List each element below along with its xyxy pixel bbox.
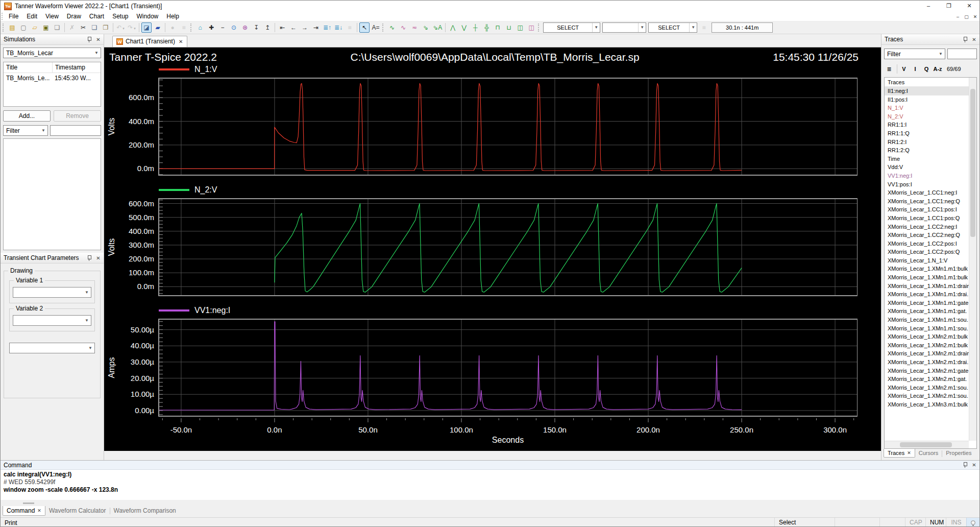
command-splitter[interactable] [1, 500, 979, 506]
trace-item[interactable]: XMorris_Lecar_1.CC1:pos:I [885, 205, 969, 214]
simulation-select[interactable]: TB_Morris_Lecar ▼ [3, 47, 101, 58]
delete-icon[interactable]: ✗ [67, 22, 77, 33]
view-next-icon[interactable]: → [300, 22, 310, 33]
trace-item[interactable]: RR1:1:I [885, 121, 969, 129]
point-marker2-icon[interactable]: ╬ [481, 22, 492, 33]
trace-item[interactable]: N_2:V [885, 112, 969, 121]
hint-segment[interactable] [966, 518, 979, 527]
new-chart-icon[interactable]: ▤ [7, 22, 17, 33]
zoom-scale-icon[interactable]: ⊛ [240, 22, 250, 33]
tab-waveform-comparison[interactable]: Waveform Comparison [110, 506, 180, 515]
tab-traces[interactable]: Traces✕ [884, 449, 915, 458]
chart-canvas[interactable]: Tanner T-Spice 2022.2 C:\Users\wolf0069\… [104, 47, 881, 451]
menu-help[interactable]: Help [162, 12, 183, 21]
trace-item[interactable]: Vdd:V [885, 163, 969, 172]
open-icon[interactable]: ▱ [30, 22, 40, 33]
point-marker-icon[interactable]: ┼ [470, 22, 480, 33]
zoom-out-icon[interactable]: − [217, 22, 228, 33]
filter-select[interactable]: Filter ▼ [3, 125, 48, 136]
trace-select-2[interactable]: SELECT▼ [648, 22, 697, 33]
minimize-button[interactable]: – [918, 1, 939, 12]
filter-voltage-icon[interactable]: V [899, 64, 909, 74]
trace-item[interactable]: XMorris_Lecar_1.XMn1.m1:bulk [885, 265, 969, 273]
text-annotation-icon[interactable]: A= [371, 22, 381, 33]
select-cursor-icon[interactable]: ↖ [359, 22, 370, 33]
filter-charge-icon[interactable]: Q [921, 64, 932, 74]
filter-current-icon[interactable]: I [910, 64, 920, 74]
redo-icon[interactable]: ↷ ▾ [127, 22, 137, 33]
trace-item[interactable]: VV1:pos:I [885, 180, 969, 189]
notebook-icon[interactable]: ▰ [153, 22, 163, 33]
trace-item[interactable]: XMorris_Lecar_1.XMn1.m1:gat. [885, 307, 969, 316]
mdi-minimize-button[interactable]: – [953, 13, 962, 20]
value-combo[interactable]: ▼ [602, 22, 646, 33]
variable2-select[interactable]: ▼ [13, 315, 91, 326]
trace-item[interactable]: II1:pos:I [885, 95, 969, 104]
trace-item[interactable]: XMorris_Lecar_1.XMn2.m1:drai. [885, 358, 969, 367]
trace-item[interactable]: XMorris_Lecar_1.XMn3.m1:bulk [885, 400, 969, 409]
tab-waveform-calculator[interactable]: Waveform Calculator [45, 506, 110, 515]
legend-vv1negi[interactable]: VV1:neg:I [159, 306, 230, 315]
tree-view-icon[interactable]: ≣ [884, 64, 894, 74]
copy-icon[interactable]: ❏ [89, 22, 100, 33]
trace-item[interactable]: RR1:1:Q [885, 129, 969, 138]
window-measure-icon[interactable]: ◫ [515, 22, 525, 33]
legend-n1v[interactable]: N_1:V [159, 65, 217, 74]
trace-item[interactable]: XMorris_Lecar_1.XMn1.m1:gate [885, 299, 969, 307]
close-icon[interactable]: ✕ [95, 37, 102, 42]
zoom-in-icon[interactable]: ✚ [206, 22, 216, 33]
trace-item[interactable]: XMorris_Lecar_1.XMn1.m1:drain [885, 282, 969, 291]
trace-item[interactable]: XMorris_Lecar_1.N_1:V [885, 256, 969, 265]
simulation-list[interactable] [3, 138, 101, 250]
tab-close-icon[interactable]: ✕ [179, 39, 183, 44]
close-icon[interactable]: ✕ [971, 37, 977, 42]
traces-filter-input[interactable] [947, 49, 977, 59]
trace-item[interactable]: RR1:2:Q [885, 146, 969, 155]
trace-item[interactable]: XMorris_Lecar_1.CC2:neg:I [885, 223, 969, 231]
menu-window[interactable]: Window [133, 12, 163, 21]
blank-icon[interactable]: ■ [179, 22, 189, 33]
trace-item[interactable]: XMorris_Lecar_1.XMn1.m1:drai. [885, 290, 969, 299]
pin-icon[interactable] [962, 37, 968, 42]
trace-item[interactable]: VV1:neg:I [885, 172, 969, 180]
trace-item[interactable]: XMorris_Lecar_1.CC1:neg:Q [885, 197, 969, 206]
trace-item[interactable]: RR1:2:I [885, 138, 969, 147]
measure-average-icon[interactable]: ≂ [409, 22, 420, 33]
pin-icon[interactable] [86, 255, 92, 261]
legend-n2v[interactable]: N_2:V [159, 185, 217, 195]
trace-item[interactable]: XMorris_Lecar_1.XMn2.m1:drain [885, 349, 969, 358]
spacer-icon[interactable]: ■ [345, 22, 355, 33]
new-window-icon[interactable]: ▢ [18, 22, 29, 33]
variable1-select[interactable]: ▼ [13, 287, 91, 298]
trace-select-1[interactable]: SELECT▼ [543, 22, 600, 33]
trace-item[interactable]: N_1:V [885, 104, 969, 112]
pin-icon[interactable] [962, 462, 968, 468]
trace-item[interactable]: II1:neg:I [885, 87, 969, 95]
remove-button[interactable]: Remove [54, 110, 101, 122]
column-title[interactable]: Title [4, 62, 52, 73]
close-icon[interactable]: ✕ [95, 255, 102, 261]
edge-fall-icon[interactable]: ⊔ [504, 22, 514, 33]
cut-icon[interactable]: ✂ [78, 22, 88, 33]
trace-item[interactable]: XMorris_Lecar_1.XMn2.m1:bulk [885, 341, 969, 350]
menu-setup[interactable]: Setup [108, 12, 132, 21]
stack-up-icon[interactable]: ↥ [262, 22, 273, 33]
peak-max-icon[interactable]: ⋀ [448, 22, 458, 33]
undo-icon[interactable]: ↶ ▾ [115, 22, 126, 33]
measure-label-icon[interactable]: ⇘A [432, 22, 443, 33]
close-button[interactable]: ✕ [959, 1, 979, 12]
extra-select[interactable]: ▼ [9, 343, 95, 353]
trace-item[interactable]: XMorris_Lecar_1.CC2:neg:Q [885, 231, 969, 239]
peak-min-icon[interactable]: ⋁ [459, 22, 469, 33]
view-prev-icon[interactable]: ← [288, 22, 299, 33]
view-last-icon[interactable]: ⇥ [311, 22, 321, 33]
menu-edit[interactable]: Edit [22, 12, 41, 21]
tab-properties[interactable]: Properties [942, 449, 975, 457]
sort-az-icon[interactable]: A-z [933, 64, 943, 74]
trace-item[interactable]: Time [885, 155, 969, 163]
plot-vv1-neg-i[interactable]: 50.00µ40.00µ30.00µ20.00µ10.00µ0.00µAmps [104, 318, 857, 417]
trace-item[interactable]: XMorris_Lecar_1.XMn1.m1:bulk [885, 273, 969, 282]
trace-item[interactable]: XMorris_Lecar_1.XMn2.m1:gat. [885, 375, 969, 384]
restore-button[interactable]: ❐ [939, 1, 959, 12]
tab-close-icon[interactable]: ✕ [907, 450, 911, 456]
